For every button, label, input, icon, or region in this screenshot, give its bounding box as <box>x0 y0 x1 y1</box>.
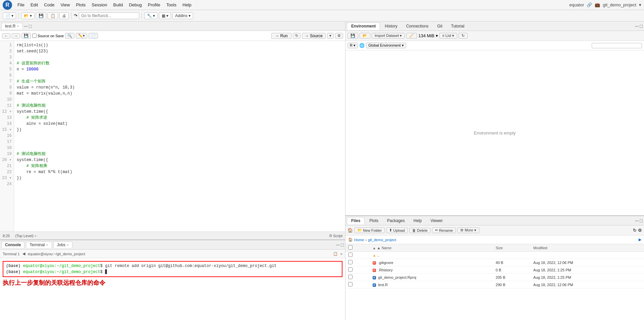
save-button[interactable]: 💾 <box>36 12 46 19</box>
close-terminal-icon[interactable]: × <box>340 252 342 256</box>
save-env-button[interactable]: 💾 <box>347 33 358 39</box>
file-name-cell[interactable]: ▲ .. <box>370 252 493 259</box>
table-row[interactable]: ▲ .. <box>345 252 644 259</box>
row-checkbox[interactable] <box>345 252 370 259</box>
menu-code[interactable]: Code <box>41 2 57 8</box>
tab-viewer[interactable]: Viewer <box>426 217 446 224</box>
more-button[interactable]: ⚙ More ▾ <box>457 227 479 233</box>
delete-button[interactable]: 🗑 Delete <box>409 228 431 233</box>
file-checkbox[interactable] <box>348 260 353 264</box>
file-checkbox[interactable] <box>348 267 353 272</box>
forward-button[interactable]: → <box>12 33 20 39</box>
jobs-tab-close-icon[interactable]: × <box>67 243 69 247</box>
new-file-button[interactable]: 📄▾ <box>3 12 16 19</box>
open-file-button[interactable]: 📂▾ <box>21 12 35 19</box>
list-view-button[interactable]: ≡ List ▾ <box>439 33 458 39</box>
tab-close-icon[interactable]: × <box>17 24 19 28</box>
editor-minimize-icon[interactable]: ─ <box>24 23 28 29</box>
refresh-button[interactable]: ↻ <box>459 33 468 39</box>
tab-packages[interactable]: Packages <box>383 217 409 224</box>
files-settings-icon[interactable]: ⚙ <box>638 228 642 233</box>
re-run-button[interactable]: ↻ <box>293 33 301 39</box>
files-minimize-icon[interactable]: ─ <box>635 218 639 223</box>
file-name-cell[interactable]: R test.R <box>370 281 493 288</box>
clear-console-button[interactable]: 🧹 <box>406 33 417 39</box>
console-content[interactable]: (base) equator@xiyou:~/git_demo_project$… <box>0 258 345 320</box>
console-tab[interactable]: Console <box>1 242 24 248</box>
editor-settings-button[interactable]: ⚙ <box>335 33 343 39</box>
menu-plots[interactable]: Plots <box>73 2 88 8</box>
tab-git[interactable]: Git <box>433 23 446 30</box>
menu-tools[interactable]: Tools <box>164 2 179 8</box>
source-button[interactable]: → Source <box>302 33 326 39</box>
upload-button[interactable]: ⬆ Upload <box>386 227 408 233</box>
select-all-checkbox[interactable] <box>348 245 353 250</box>
r-env-select[interactable]: R ▾ <box>347 43 358 48</box>
menu-help[interactable]: Help <box>180 2 194 8</box>
row-checkbox[interactable] <box>345 266 370 274</box>
console-minimize-icon[interactable]: ─ <box>336 242 340 248</box>
row-checkbox[interactable] <box>345 259 370 266</box>
env-search-input[interactable] <box>592 43 642 48</box>
tab-plots[interactable]: Plots <box>365 217 382 224</box>
terminal-tab-close-icon[interactable]: × <box>46 243 48 247</box>
file-name-cell[interactable]: R .gitignore <box>370 259 493 266</box>
menu-build[interactable]: Build <box>111 2 126 8</box>
run-button[interactable]: → Run <box>271 33 291 39</box>
menu-debug[interactable]: Debug <box>126 2 144 8</box>
menu-session[interactable]: Session <box>89 2 110 8</box>
files-maximize-icon[interactable]: □ <box>640 218 643 223</box>
tab-help[interactable]: Help <box>410 217 426 224</box>
chunk-button[interactable]: ▦▾ <box>159 12 171 19</box>
tab-history[interactable]: History <box>381 23 401 30</box>
load-env-button[interactable]: 📂 <box>360 33 370 39</box>
menu-file[interactable]: File <box>15 2 27 8</box>
copy-icon[interactable]: 📋 <box>333 252 338 256</box>
row-checkbox[interactable] <box>345 274 370 281</box>
table-row[interactable]: R git_demo_project.Rproj 205 B Aug 18, 2… <box>345 274 644 281</box>
env-maximize-icon[interactable]: □ <box>640 23 643 29</box>
menu-profile[interactable]: Profile <box>145 2 163 8</box>
global-env-select[interactable]: Global Environment ▾ <box>366 43 406 48</box>
console-maximize-icon[interactable]: □ <box>341 242 344 248</box>
row-checkbox[interactable] <box>345 281 370 288</box>
tab-connections[interactable]: Connections <box>402 23 433 30</box>
back-button[interactable]: ← <box>2 33 10 39</box>
new-folder-button[interactable]: 📁 New Folder <box>354 227 385 233</box>
rename-button[interactable]: ✏ Rename <box>432 227 456 233</box>
source-arrow-button[interactable]: ▾ <box>327 33 334 39</box>
table-row[interactable]: R test.R 290 B Aug 18, 2022, 12:06 PM <box>345 281 644 288</box>
project-arrow-icon[interactable]: ▾ <box>639 2 641 7</box>
files-nav-icon[interactable]: ▶ <box>639 237 641 242</box>
file-checkbox[interactable] <box>348 253 353 257</box>
import-dataset-button[interactable]: Import Dataset ▾ <box>372 33 405 39</box>
refresh-files-icon[interactable]: ↻ <box>633 228 637 233</box>
jobs-tab[interactable]: Jobs × <box>53 242 72 248</box>
print-button[interactable]: 🖨 <box>59 12 69 19</box>
project-name[interactable]: git_demo_project <box>603 2 636 7</box>
name-col-header[interactable]: ▲ ▲ Name <box>370 244 493 252</box>
code-tools-editor-button[interactable]: ✏️▾ <box>76 33 87 39</box>
file-name-cell[interactable]: R .Rhistory <box>370 266 493 274</box>
home-link[interactable]: Home <box>354 238 364 242</box>
save-all-button[interactable]: 📋 <box>48 12 58 19</box>
tab-tutorial[interactable]: Tutorial <box>447 23 469 30</box>
tab-environment[interactable]: Environment <box>347 22 380 30</box>
file-checkbox[interactable] <box>348 282 353 286</box>
code-tools-button[interactable]: 🔧▾ <box>144 12 158 19</box>
menu-edit[interactable]: Edit <box>28 2 41 8</box>
save-editor-button[interactable]: 💾 <box>21 33 31 39</box>
terminal-tab[interactable]: Terminal × <box>26 242 52 248</box>
source-on-save-checkbox[interactable] <box>32 34 37 38</box>
file-name-cell[interactable]: R git_demo_project.Rproj <box>370 274 493 281</box>
modified-col-header[interactable]: Modified <box>531 244 644 252</box>
env-minimize-icon[interactable]: ─ <box>635 23 639 29</box>
table-row[interactable]: R .gitignore 40 B Aug 18, 2022, 12:06 PM <box>345 259 644 266</box>
go-to-file-input[interactable] <box>79 12 139 19</box>
editor-tab-test-r[interactable]: test.R × <box>1 23 23 29</box>
menu-view[interactable]: View <box>58 2 72 8</box>
tab-files[interactable]: Files <box>347 217 365 224</box>
size-col-header[interactable]: Size <box>493 244 531 252</box>
compile-button[interactable]: 📄 <box>89 33 98 39</box>
table-row[interactable]: R .Rhistory 0 B Aug 18, 2022, 1:25 PM <box>345 266 644 274</box>
